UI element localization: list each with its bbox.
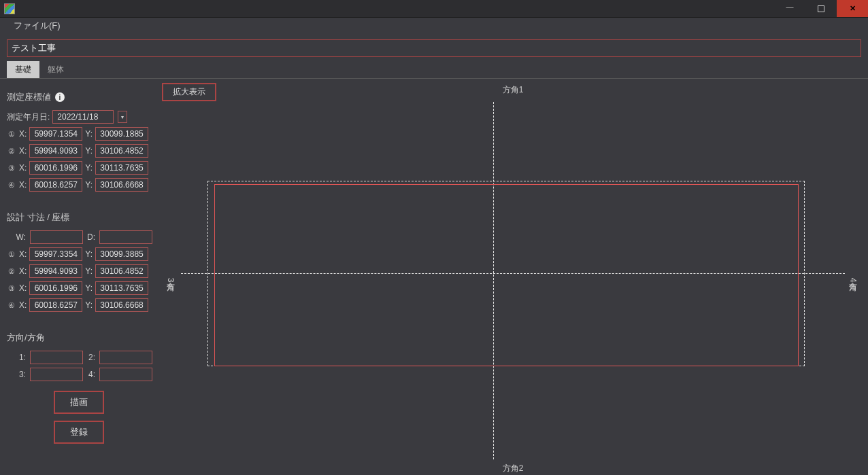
design-section-title: 設計 寸法 / 座標: [7, 211, 151, 224]
dir-2[interactable]: [99, 351, 152, 364]
y-label: Y:: [85, 300, 93, 310]
dir-label-4: 4:: [86, 370, 97, 379]
tab-bar: 基礎 躯体: [7, 61, 868, 78]
measured-x-2[interactable]: [29, 144, 82, 158]
zoom-button[interactable]: 拡大表示: [162, 83, 216, 101]
date-picker[interactable]: 2022/11/18: [52, 110, 114, 124]
measured-y-2[interactable]: [95, 144, 148, 158]
x-label: X:: [19, 249, 27, 259]
x-label: X:: [19, 283, 27, 293]
direction-label-left: 方角3: [165, 275, 176, 284]
y-label: Y:: [85, 180, 93, 190]
x-label: X:: [19, 300, 27, 310]
date-dropdown-icon[interactable]: ▾: [118, 111, 127, 123]
drawing-panel: 拡大表示 方角1 方角2 方角3 方角4: [158, 78, 868, 475]
x-label: X:: [19, 266, 27, 276]
design-y-4[interactable]: [95, 298, 148, 312]
x-label: X:: [19, 180, 27, 190]
direction-label-right: 方角4: [847, 275, 858, 284]
measured-y-4[interactable]: [95, 178, 148, 192]
menubar: ファイル(F): [0, 18, 868, 34]
design-d[interactable]: [99, 230, 152, 244]
design-x-3[interactable]: [29, 281, 82, 295]
menu-file[interactable]: ファイル(F): [8, 18, 66, 34]
design-y-3[interactable]: [95, 281, 148, 295]
x-label: X:: [19, 146, 27, 156]
draw-button[interactable]: 描画: [54, 391, 104, 414]
drow-num-3: ③: [7, 283, 16, 293]
measured-y-1[interactable]: [95, 127, 148, 141]
dir-4[interactable]: [99, 368, 152, 381]
y-label: Y:: [85, 146, 93, 156]
row-num-2: ②: [7, 146, 16, 156]
tab-body[interactable]: 躯体: [39, 61, 72, 78]
maximize-button[interactable]: [805, 0, 837, 17]
design-y-1[interactable]: [95, 247, 148, 261]
y-label: Y:: [85, 266, 93, 276]
y-label: Y:: [85, 163, 93, 173]
drow-num-2: ②: [7, 266, 16, 276]
x-label: X:: [19, 163, 27, 173]
date-label: 測定年月日:: [7, 111, 50, 123]
row-num-4: ④: [7, 180, 16, 190]
design-x-1[interactable]: [29, 247, 82, 261]
tab-foundation[interactable]: 基礎: [7, 61, 39, 78]
dir-label-2: 2:: [86, 353, 97, 362]
left-panel: 測定座標値 i 測定年月日: 2022/11/18 ▾ ① X: Y: ② X:…: [0, 78, 158, 475]
d-label: D:: [86, 232, 97, 242]
row-num-3: ③: [7, 163, 16, 173]
direction-section-title: 方向/方角: [7, 332, 151, 344]
register-button[interactable]: 登録: [54, 421, 104, 444]
design-y-2[interactable]: [95, 264, 148, 278]
dir-label-3: 3:: [7, 370, 27, 379]
dir-3[interactable]: [30, 368, 83, 381]
measured-y-3[interactable]: [95, 161, 148, 175]
titlebar: — ✕: [0, 0, 868, 18]
app-icon: [4, 3, 15, 14]
y-label: Y:: [85, 283, 93, 293]
direction-label-top: 方角1: [503, 84, 524, 96]
drow-num-4: ④: [7, 300, 16, 310]
x-label: X:: [19, 129, 27, 139]
y-label: Y:: [85, 249, 93, 259]
w-label: W:: [7, 232, 27, 242]
close-button[interactable]: ✕: [837, 0, 868, 17]
direction-label-bottom: 方角2: [503, 463, 524, 474]
drawing-area: [181, 102, 845, 459]
design-x-4[interactable]: [29, 298, 82, 312]
measured-x-1[interactable]: [29, 127, 82, 141]
design-x-2[interactable]: [29, 264, 82, 278]
project-title: テスト工事: [7, 39, 861, 57]
drow-num-1: ①: [7, 249, 16, 259]
measured-x-4[interactable]: [29, 178, 82, 192]
dir-1[interactable]: [30, 351, 83, 364]
design-w[interactable]: [30, 230, 83, 244]
row-num-1: ①: [7, 129, 16, 139]
y-label: Y:: [85, 129, 93, 139]
measured-section-title: 測定座標値 i: [7, 91, 151, 103]
minimize-button[interactable]: —: [774, 0, 805, 17]
measured-x-3[interactable]: [29, 161, 82, 175]
design-rect: [214, 184, 799, 366]
dir-label-1: 1:: [7, 353, 27, 362]
info-icon[interactable]: i: [55, 92, 65, 102]
